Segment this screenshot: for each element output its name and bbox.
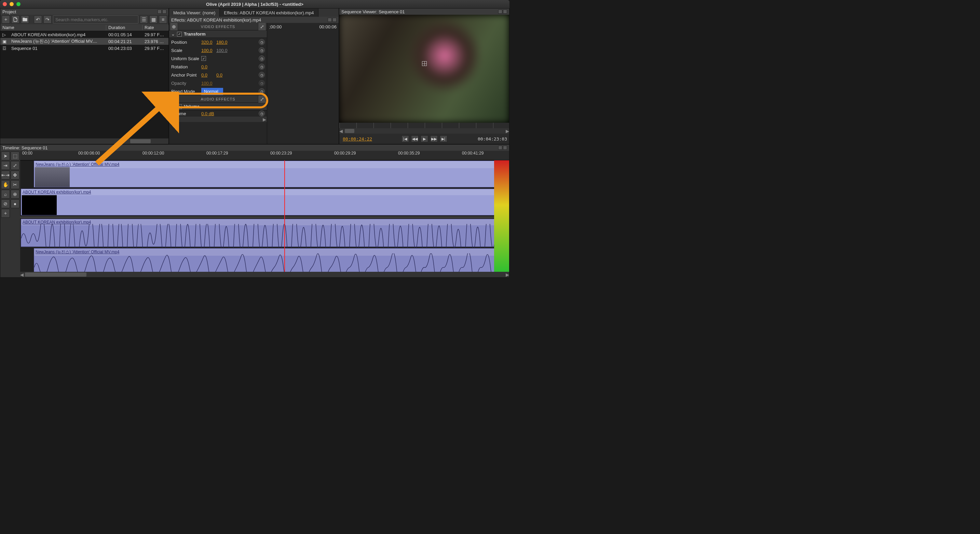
position-x[interactable]: 320.0 [201, 40, 213, 45]
audio-clip[interactable]: ABOUT KOREAN exhibition(kor).mp4 [21, 219, 505, 247]
duration-timecode: 00:04:23:03 [478, 136, 507, 142]
clip-thumbnail [22, 195, 57, 215]
clip-thumbnail [35, 167, 70, 187]
uniform-scale-checkbox[interactable]: ✓ [201, 56, 206, 61]
panel-float-icon[interactable] [158, 10, 162, 14]
record-button[interactable]: ● [11, 199, 19, 208]
project-item[interactable]: ▣ NewJeans (뉴진스) 'Attention' Official MV… [0, 38, 169, 45]
list-view-button[interactable]: ☰ [140, 15, 148, 24]
tree-view-button[interactable]: ≡ [159, 15, 167, 24]
folder-button[interactable] [21, 15, 29, 24]
sequence-viewer-panel: Sequence Viewer: Sequence 01 ◀▶ 00:00:24… [339, 8, 509, 144]
zoom-tool[interactable]: ⌕ [1, 190, 10, 199]
current-timecode[interactable]: 00:00:24:22 [343, 136, 372, 142]
col-name[interactable]: Name [0, 25, 106, 30]
video-clip[interactable]: ABOUT KOREAN exhibition(kor).mp4 [21, 189, 505, 215]
audio-meter [494, 160, 509, 272]
timeline-tools: ➤⬚ ⇥⤢ ⇤⇥✥ ✋✂ ⌕⊕ ⊘● ＋ [0, 151, 20, 277]
open-button[interactable] [11, 15, 19, 24]
transform-title: Transform [184, 32, 206, 37]
tab-effects[interactable]: Effects: ABOUT KOREAN exhibition(kor).mp… [220, 8, 318, 17]
timeline-tracks[interactable]: NewJeans (뉴진스) 'Attention' Official MV.m… [20, 160, 509, 272]
sequence-viewer-title: Sequence Viewer: Sequence 01 [341, 9, 405, 14]
tab-media-viewer[interactable]: Media Viewer: (none) [169, 8, 220, 17]
keyframe-button[interactable]: ◷ [259, 72, 265, 78]
viewer-hscroll[interactable]: ◀▶ [339, 128, 509, 134]
rolling-tool[interactable]: ⤢ [11, 161, 19, 170]
video-effects-header: VIDEO EFFECTS [201, 25, 235, 29]
scale-label: Scale [171, 48, 201, 53]
timeline-hscroll[interactable]: ◀▶ [20, 272, 509, 277]
keyframe-button[interactable]: ◷ [259, 110, 265, 116]
col-rate[interactable]: Rate [143, 25, 169, 30]
annotation-arrow [90, 92, 179, 167]
keyframe-button[interactable]: ◷ [259, 39, 265, 45]
annotation-highlight [167, 92, 268, 108]
project-panel-title: Project [2, 9, 16, 14]
effects-subtitle: Effects: ABOUT KOREAN exhibition(kor).mp… [171, 18, 261, 22]
chevron-down-icon[interactable]: ⌄ [171, 32, 175, 37]
project-item[interactable]: ▷ ABOUT KOREAN exhibition(kor).mp4 00:01… [0, 31, 169, 38]
anchor-y[interactable]: 0.0 [216, 72, 229, 78]
keyframe-button[interactable]: ◷ [259, 80, 265, 86]
video-viewport[interactable] [339, 15, 509, 123]
col-duration[interactable]: Duration [106, 25, 143, 30]
scale-y: 100.0 [216, 48, 229, 53]
panel-close-icon[interactable] [503, 146, 507, 150]
search-input[interactable] [53, 15, 138, 24]
project-item[interactable]: ☲ Sequence 01 00:04:23:03 29.97 FPS [0, 45, 169, 52]
snapping-toggle[interactable]: ⊘ [1, 199, 10, 208]
rotation-value[interactable]: 0.0 [201, 64, 213, 69]
uniform-scale-label: Uniform Scale [171, 56, 201, 61]
razor-tool[interactable]: ✂ [11, 180, 19, 189]
transition-tool[interactable]: ⊕ [11, 190, 19, 199]
scale-x[interactable]: 100.0 [201, 48, 213, 53]
play-button[interactable]: ▶ [421, 135, 428, 142]
effects-panel: Media Viewer: (none) Effects: ABOUT KORE… [169, 8, 339, 144]
panel-float-icon[interactable] [498, 10, 502, 14]
volume-value[interactable]: 0.0 dB [201, 111, 214, 116]
slide-tool[interactable]: ✥ [11, 171, 19, 180]
transform-enable-checkbox[interactable]: ✓ [177, 32, 182, 37]
ripple-tool[interactable]: ⇥ [1, 161, 10, 170]
add-track-button[interactable]: ＋ [1, 209, 10, 218]
playhead[interactable] [284, 160, 285, 272]
viewer-ruler[interactable] [339, 123, 509, 128]
anchor-label: Anchor Point [171, 72, 201, 78]
rotation-label: Rotation [171, 64, 201, 69]
opacity-value[interactable]: 100.0 [201, 81, 213, 86]
go-end-button[interactable]: ▶| [440, 135, 447, 142]
center-marker-icon [422, 61, 427, 66]
panel-float-icon[interactable] [498, 146, 502, 150]
panel-close-icon[interactable] [162, 10, 166, 14]
keyframe-button[interactable]: ◷ [259, 64, 265, 70]
audio-clip[interactable]: NewJeans (뉴진스) 'Attention' Official MV.m… [34, 248, 505, 272]
pointer-tool[interactable]: ➤ [1, 151, 10, 160]
slip-tool[interactable]: ⇤⇥ [1, 171, 10, 180]
effects-hscroll[interactable]: ◀▶ [169, 116, 267, 122]
panel-close-icon[interactable] [503, 10, 507, 14]
timeline-title: Timeline: Sequence 01 [2, 145, 48, 150]
panel-close-icon[interactable] [332, 18, 337, 22]
timeline-panel: Timeline: Sequence 01 ➤⬚ ⇥⤢ ⇤⇥✥ ✋✂ ⌕⊕ ⊘●… [0, 144, 509, 277]
fast-forward-button[interactable]: ▶▶ [430, 135, 438, 142]
hand-tool[interactable]: ✋ [1, 180, 10, 189]
position-label: Position [171, 40, 201, 45]
video-effect-expand-button[interactable]: ⤢ [258, 23, 266, 31]
position-y[interactable]: 180.0 [216, 40, 229, 45]
opacity-label: Opacity [171, 81, 201, 86]
grid-view-button[interactable]: ▦ [150, 15, 158, 24]
anchor-x[interactable]: 0.0 [201, 72, 213, 78]
rewind-button[interactable]: ◀◀ [411, 135, 418, 142]
redo-button[interactable]: ↷ [43, 15, 52, 24]
titlebar: Olive (April 2019 | Alpha | 1e3cf53) - <… [0, 0, 509, 8]
add-video-effect-button[interactable]: ⊕ [170, 23, 178, 31]
keyframe-button[interactable]: ◷ [259, 56, 265, 62]
kf-ruler-end: 00:00:06 [319, 24, 337, 29]
new-button[interactable]: ＋ [2, 15, 10, 24]
edit-tool[interactable]: ⬚ [11, 151, 19, 160]
undo-button[interactable]: ↶ [34, 15, 42, 24]
panel-float-icon[interactable] [328, 18, 332, 22]
keyframe-button[interactable]: ◷ [259, 47, 265, 53]
go-start-button[interactable]: |◀ [401, 135, 409, 142]
